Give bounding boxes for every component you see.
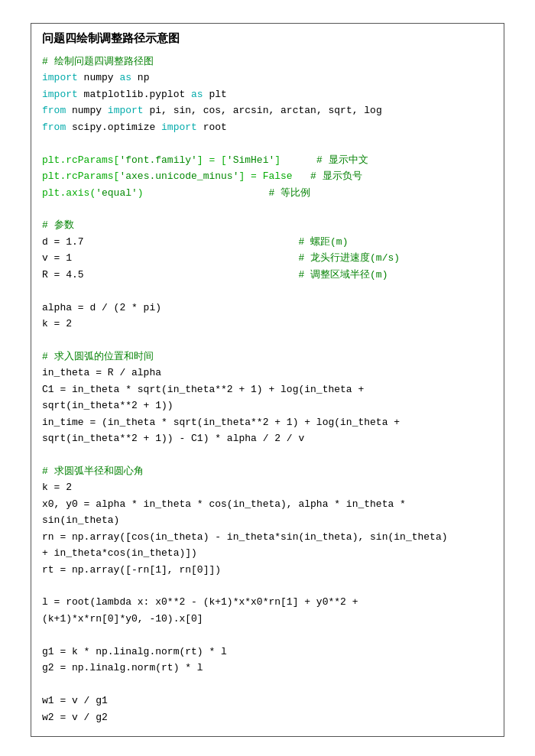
code-line-21: C1 = in_theta * sqrt(in_theta**2 + 1) + … [42, 381, 493, 397]
code-line-28: x0, y0 = alpha * in_theta * cos(in_theta… [42, 496, 493, 512]
code-line-7: plt.rcParams['font.family'] = ['SimHei']… [42, 152, 493, 168]
code-line-24: sqrt(in_theta**2 + 1)) - C1) * alpha / 2… [42, 430, 493, 446]
code-line-11: # 参数 [42, 217, 493, 233]
code-line-26: # 求圆弧半径和圆心角 [42, 463, 493, 479]
code-line-blank2 [42, 201, 493, 217]
code-line-17: k = 2 [42, 316, 493, 332]
code-line-5: from scipy.optimize import root [42, 119, 493, 135]
section-title: 问题四绘制调整路径示意图 [42, 31, 493, 46]
code-line-32: rt = np.array([-rn[1], rn[0]]) [42, 562, 493, 578]
code-line-31: + in_theta*cos(in_theta)]) [42, 545, 493, 561]
code-line-1: # 绘制问题四调整路径图 [42, 54, 493, 70]
code-line-12: d = 1.7 # 螺距(m) [42, 234, 493, 250]
code-line-blank7 [42, 627, 493, 643]
code-line-20: in_theta = R / alpha [42, 365, 493, 381]
code-line-3: import matplotlib.pyplot as plt [42, 86, 493, 102]
code-line-2: import numpy as np [42, 70, 493, 86]
code-line-19: # 求入圆弧的位置和时间 [42, 349, 493, 365]
code-line-blank8 [42, 677, 493, 693]
code-block: # 绘制问题四调整路径图 import numpy as np import m… [42, 54, 493, 725]
code-line-41: w2 = v / g2 [42, 709, 493, 725]
code-line-37: g1 = k * np.linalg.norm(rt) * l [42, 644, 493, 660]
section-box: 问题四绘制调整路径示意图 # 绘制问题四调整路径图 import numpy a… [31, 23, 504, 737]
code-line-13: v = 1 # 龙头行进速度(m/s) [42, 250, 493, 266]
page-container: 问题四绘制调整路径示意图 # 绘制问题四调整路径图 import numpy a… [0, 0, 535, 756]
code-line-27: k = 2 [42, 479, 493, 495]
code-line-38: g2 = np.linalg.norm(rt) * l [42, 660, 493, 676]
code-line-blank4 [42, 332, 493, 348]
code-line-23: in_time = (in_theta * sqrt(in_theta**2 +… [42, 414, 493, 430]
code-line-14: R = 4.5 # 调整区域半径(m) [42, 267, 493, 283]
code-line-35: (k+1)*x*rn[0]*y0, -10).x[0] [42, 611, 493, 627]
code-line-blank5 [42, 447, 493, 463]
code-line-22: sqrt(in_theta**2 + 1)) [42, 397, 493, 414]
code-line-16: alpha = d / (2 * pi) [42, 300, 493, 316]
code-line-blank3 [42, 283, 493, 299]
code-line-40: w1 = v / g1 [42, 693, 493, 709]
code-line-blank6 [42, 578, 493, 594]
code-line-8: plt.rcParams['axes.unicode_minus'] = Fal… [42, 168, 493, 184]
code-line-blank1 [42, 135, 493, 151]
code-line-9: plt.axis('equal') # 等比例 [42, 185, 493, 201]
code-line-4: from numpy import pi, sin, cos, arcsin, … [42, 102, 493, 118]
code-line-29: sin(in_theta) [42, 512, 493, 528]
code-line-34: l = root(lambda x: x0**2 - (k+1)*x*x0*rn… [42, 594, 493, 610]
code-line-30: rn = np.array([cos(in_theta) - in_theta*… [42, 529, 493, 545]
